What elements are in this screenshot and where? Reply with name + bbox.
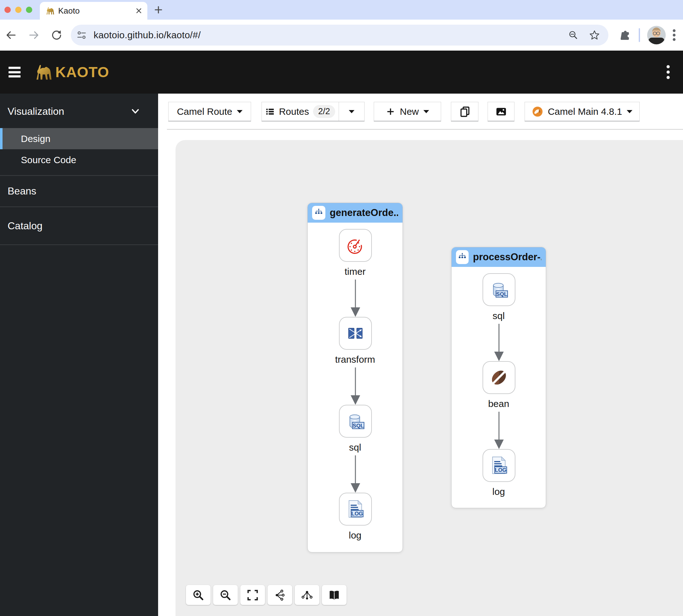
dsl-selector-label: Camel Route [177,106,232,117]
horizontal-layout-icon [273,589,286,601]
caret-down-icon [237,110,243,113]
plus-icon [386,107,395,116]
bookmark-star-icon[interactable] [589,29,600,41]
dsl-selector-dropdown[interactable]: Camel Route [168,102,251,122]
transform-icon [345,323,366,344]
step-label: transform [308,354,402,365]
open-book-icon [328,589,340,601]
svg-text:LOG: LOG [495,467,507,473]
beans-label: Beans [7,185,36,197]
sidebar-item-catalog[interactable]: Catalog [0,207,158,244]
visualization-toolbar: Camel Route Routes 2/2 [158,102,683,122]
brand: KAOTO [35,63,109,81]
runtime-selector-dropdown[interactable]: Camel Main 4.8.1 [525,102,640,122]
extensions-puzzle-icon[interactable] [619,29,631,41]
edge-arrow [493,412,504,449]
routes-count-badge: 2/2 [313,105,335,118]
copy-icon [459,106,470,117]
source-code-label: Source Code [21,155,76,165]
edge-arrow [350,280,361,317]
chevron-down-icon [131,107,140,115]
image-icon [495,106,507,118]
url-text: kaotoio.github.io/kaoto/#/ [94,30,201,41]
catalog-button[interactable] [322,585,347,605]
tab-title: Kaoto [58,6,80,16]
route-container-generateOrder[interactable]: generateOrde... timer [307,203,403,552]
sql-icon: SQL [345,411,366,432]
step-node-log[interactable]: LOG [339,493,372,526]
zoom-in-button[interactable] [186,585,211,605]
edge-arrow [350,368,361,405]
browser-tab[interactable]: Kaoto [40,2,147,20]
browser-menu-kebab-icon[interactable] [672,29,676,41]
sidebar-divider [0,244,158,245]
visualization-label: Visualization [7,106,64,117]
sidebar-item-visualization[interactable]: Visualization [0,101,158,122]
reload-icon[interactable] [50,29,63,41]
timer-icon [345,235,366,256]
step-node-sql[interactable]: SQL [483,273,515,306]
flow-canvas[interactable]: generateOrde... timer [176,140,683,616]
copy-flow-button[interactable] [451,102,479,122]
window-controls [4,7,32,13]
zoom-in-icon [192,589,204,601]
profile-avatar[interactable] [646,25,666,45]
routes-list-button[interactable]: Routes 2/2 [262,105,339,118]
list-icon [265,107,275,116]
step-label: log [451,486,546,497]
route-title: processOrder-... [473,251,541,263]
vertical-layout-button[interactable] [295,585,320,605]
app-menu-kebab-icon[interactable] [666,65,670,79]
export-image-button[interactable] [488,102,514,122]
back-icon[interactable] [5,29,17,41]
runtime-label: Camel Main 4.8.1 [548,106,622,117]
step-node-transform[interactable] [339,317,372,350]
site-settings-icon[interactable] [76,29,87,41]
route-header[interactable]: generateOrde... [308,203,402,223]
fit-to-screen-icon [246,589,259,601]
address-bar[interactable]: kaotoio.github.io/kaoto/#/ [71,25,609,46]
sidebar-item-design[interactable]: Design [0,128,158,149]
svg-text:LOG: LOG [351,511,363,517]
step-node-sql[interactable]: SQL [339,405,372,438]
catalog-label: Catalog [7,220,42,232]
canvas-controls [186,585,347,605]
camel-favicon-icon [46,6,54,15]
sidebar-toggle-hamburger-icon[interactable] [8,67,21,78]
fit-to-screen-button[interactable] [240,585,265,605]
step-node-bean[interactable] [483,361,515,394]
zoom-indicator-icon[interactable] [568,30,579,41]
browser-tab-strip: Kaoto [0,0,683,20]
new-route-dropdown[interactable]: New [374,102,441,122]
camel-runtime-icon [532,106,543,117]
route-title: generateOrde... [330,207,398,219]
new-tab-button[interactable] [154,5,163,15]
horizontal-layout-button[interactable] [267,585,292,605]
step-node-log[interactable]: LOG [483,449,515,482]
step-label: bean [451,398,546,409]
tab-close-icon[interactable] [135,7,142,14]
routes-dropdown-toggle[interactable] [339,110,364,113]
zoom-out-icon [219,589,232,601]
zoom-out-button[interactable] [213,585,238,605]
route-container-processOrder[interactable]: processOrder-... SQL sql [451,247,546,508]
bean-icon [488,367,510,388]
routes-split-button[interactable]: Routes 2/2 [262,102,365,122]
edge-arrow [350,455,361,493]
route-sitemap-icon [458,252,467,262]
step-node-timer[interactable] [339,229,372,262]
forward-icon[interactable] [28,29,40,41]
svg-text:SQL: SQL [353,423,363,429]
route-icon-badge [312,206,325,220]
window-minimize-button[interactable] [15,7,22,13]
route-header[interactable]: processOrder-... [451,247,546,267]
window-close-button[interactable] [4,7,11,13]
toolbar-separator [639,28,640,42]
caret-down-icon [423,110,429,113]
route-sitemap-icon [314,208,324,218]
vertical-layout-icon [301,589,313,601]
window-maximize-button[interactable] [26,7,32,13]
svg-text:SQL: SQL [496,291,507,297]
sidebar-item-source-code[interactable]: Source Code [0,149,158,171]
sidebar-item-beans[interactable]: Beans [0,176,158,206]
